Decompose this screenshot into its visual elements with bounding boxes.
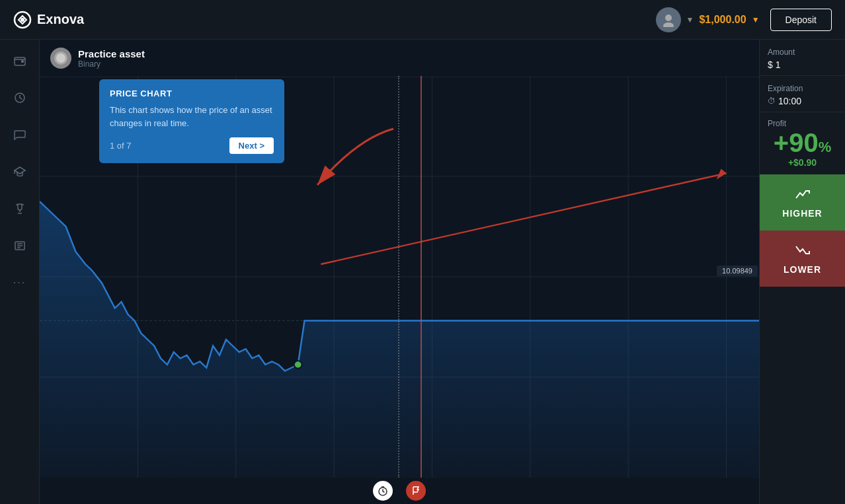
higher-button[interactable]: HIGHER [760,174,845,231]
svg-rect-5 [21,60,24,63]
chart-area: Practice asset Binary [40,40,759,504]
current-price-badge: 10.09849 [717,266,758,276]
svg-point-2 [665,15,672,21]
profit-section: Profit +90% +$0.90 [760,112,845,174]
tooltip-card: PRICE CHART This chart shows how the pri… [99,79,284,163]
sidebar-item-news[interactable] [9,235,30,256]
expiration-section: Expiration ⏱ 10:00 [760,76,845,112]
profit-label: Profit [768,119,786,128]
expiration-clock-icon: ⏱ [768,96,776,106]
profit-dollar: +$0.90 [788,157,817,168]
chevron-down-icon: ▼ [686,15,694,24]
logo-icon [13,11,32,29]
svg-line-23 [321,173,726,264]
account-info[interactable]: ▼ $1,000.00 ▼ [656,7,760,32]
svg-point-10 [56,54,65,63]
logo: Exnova [13,11,84,29]
sidebar-item-history[interactable] [9,87,30,108]
sidebar-item-wallet[interactable] [9,50,30,71]
header: Exnova ▼ $1,000.00 ▼ Deposit [0,0,845,40]
lower-button[interactable]: LOWER [760,231,845,287]
higher-label: HIGHER [782,208,822,219]
lower-label: LOWER [784,264,821,275]
amount-value: $ 1 [768,59,837,70]
svg-point-22 [294,361,302,368]
sidebar-item-chat[interactable] [9,124,30,145]
logo-text: Exnova [37,12,84,27]
higher-icon [795,186,811,205]
avatar [656,7,681,32]
sidebar: ··· [0,40,40,504]
lower-icon [795,242,811,262]
balance-display: $1,000.00 [699,14,746,26]
header-right: ▼ $1,000.00 ▼ Deposit [656,7,832,32]
asset-header: Practice asset Binary [40,40,759,77]
amount-label: Amount [768,48,837,57]
tooltip-text: This chart shows how the price of an ass… [110,104,274,129]
timer-icon[interactable] [373,481,393,501]
asset-type: Binary [78,59,145,69]
sidebar-item-more[interactable]: ··· [9,272,30,293]
chart-bottom-bar [40,478,759,504]
tooltip-counter: 1 of 7 [110,141,132,151]
asset-icon [50,48,71,69]
sidebar-item-trophy[interactable] [9,198,30,219]
next-button[interactable]: Next > [229,137,274,154]
expiration-value: 10:00 [778,96,801,106]
tooltip-title: PRICE CHART [110,89,274,98]
svg-point-1 [20,18,24,22]
right-panel: Amount $ 1 Expiration ⏱ 10:00 Profit +90… [759,40,845,504]
asset-name: Practice asset [78,48,145,59]
asset-info: Practice asset Binary [78,48,145,69]
expiration-row: ⏱ 10:00 [768,96,837,106]
flag-icon[interactable] [406,481,426,501]
profit-percent: +90% [774,128,831,157]
svg-marker-24 [717,169,727,180]
expiration-label: Expiration [768,84,837,93]
amount-section: Amount $ 1 [760,40,845,76]
svg-point-3 [663,22,674,27]
main-layout: ··· Practice asset Binary [0,40,845,504]
deposit-button[interactable]: Deposit [770,9,832,31]
tooltip-footer: 1 of 7 Next > [110,137,274,154]
balance-chevron-icon: ▼ [752,15,760,24]
sidebar-item-education[interactable] [9,161,30,182]
